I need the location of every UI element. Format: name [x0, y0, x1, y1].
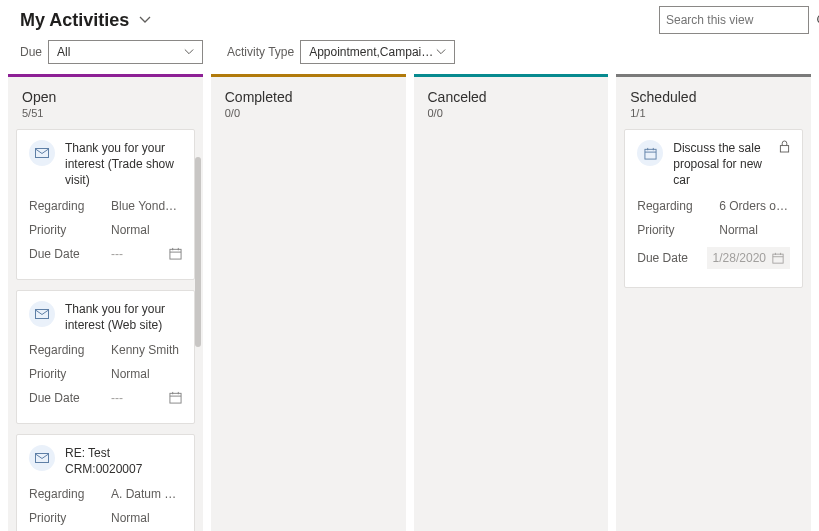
priority-value: Normal — [111, 511, 182, 525]
calendar-icon — [637, 140, 663, 166]
due-date-field[interactable]: 1/28/2020 — [707, 247, 790, 269]
activity-card[interactable]: RE: Test CRM:0020007 RegardingA. Datum C… — [16, 434, 195, 531]
activity-type-filter-select[interactable]: Appointment,Campaign Acti... — [300, 40, 455, 64]
activity-type-filter-value: Appointment,Campaign Acti... — [309, 45, 436, 59]
column-open: Open 5/51 Thank you for your interest (T… — [8, 74, 203, 531]
column-title: Open — [22, 89, 189, 105]
column-title: Scheduled — [630, 89, 797, 105]
column-completed: Completed 0/0 — [211, 74, 406, 531]
activity-type-filter-label: Activity Type — [227, 45, 294, 59]
activity-card[interactable]: Thank you for your interest (Web site) R… — [16, 290, 195, 424]
scrollbar-thumb[interactable] — [195, 157, 201, 347]
page-title-text: My Activities — [20, 10, 129, 31]
search-input-wrap[interactable] — [659, 6, 809, 34]
calendar-icon — [772, 252, 784, 264]
regarding-label: Regarding — [29, 487, 111, 501]
regarding-value: Blue Yonder Ai... — [111, 199, 182, 213]
column-title: Canceled — [428, 89, 595, 105]
svg-rect-18 — [773, 254, 783, 263]
column-count: 0/0 — [428, 107, 595, 119]
card-subject: Thank you for your interest (Trade show … — [65, 140, 182, 189]
mail-icon — [29, 140, 55, 166]
activity-card[interactable]: Thank you for your interest (Trade show … — [16, 129, 195, 280]
activity-card[interactable]: Discuss the sale proposal for new car Re… — [624, 129, 803, 288]
chevron-down-icon — [184, 47, 194, 57]
column-count: 0/0 — [225, 107, 392, 119]
search-input[interactable] — [666, 13, 816, 27]
due-date-value: --- — [111, 391, 169, 405]
card-subject: Thank you for your interest (Web site) — [65, 301, 182, 333]
chevron-down-icon — [436, 47, 446, 57]
lock-icon — [779, 140, 790, 153]
regarding-value: A. Datum Corp... — [111, 487, 182, 501]
regarding-label: Regarding — [29, 199, 111, 213]
regarding-value: Kenny Smith — [111, 343, 182, 357]
column-scheduled: Scheduled 1/1 Discuss the sale proposal … — [616, 74, 811, 531]
due-filter-select[interactable]: All — [48, 40, 203, 64]
svg-rect-8 — [170, 394, 181, 404]
card-subject: Discuss the sale proposal for new car — [673, 140, 769, 189]
svg-rect-13 — [645, 149, 656, 159]
priority-label: Priority — [29, 511, 111, 525]
column-title: Completed — [225, 89, 392, 105]
due-date-label: Due Date — [637, 251, 706, 265]
mail-icon — [29, 301, 55, 327]
priority-label: Priority — [29, 367, 111, 381]
priority-label: Priority — [637, 223, 719, 237]
regarding-label: Regarding — [29, 343, 111, 357]
card-subject: RE: Test CRM:0020007 — [65, 445, 182, 477]
priority-value: Normal — [719, 223, 790, 237]
due-date-label: Due Date — [29, 247, 111, 261]
due-filter-label: Due — [20, 45, 42, 59]
due-date-value: 1/28/2020 — [713, 251, 766, 265]
mail-icon — [29, 445, 55, 471]
page-title[interactable]: My Activities — [20, 10, 151, 31]
kanban-board: Open 5/51 Thank you for your interest (T… — [0, 74, 819, 531]
regarding-value: 6 Orders of pro... — [719, 199, 790, 213]
calendar-icon[interactable] — [169, 247, 182, 260]
priority-label: Priority — [29, 223, 111, 237]
svg-rect-17 — [780, 146, 788, 152]
due-date-value: --- — [111, 247, 169, 261]
due-date-label: Due Date — [29, 391, 111, 405]
priority-value: Normal — [111, 223, 182, 237]
svg-rect-3 — [170, 249, 181, 259]
calendar-icon[interactable] — [169, 391, 182, 404]
due-filter-value: All — [57, 45, 70, 59]
chevron-down-icon — [139, 14, 151, 26]
column-count: 5/51 — [22, 107, 189, 119]
column-count: 1/1 — [630, 107, 797, 119]
column-canceled: Canceled 0/0 — [414, 74, 609, 531]
regarding-label: Regarding — [637, 199, 719, 213]
priority-value: Normal — [111, 367, 182, 381]
